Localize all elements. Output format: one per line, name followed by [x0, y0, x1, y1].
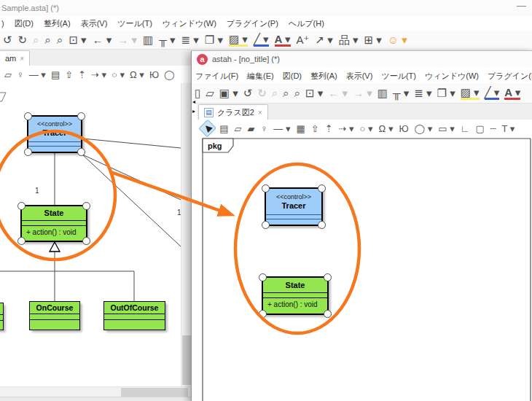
select-tool-icon[interactable]: ▶	[198, 120, 216, 138]
package-icon[interactable]: ▱	[4, 70, 12, 79]
open-folder-icon[interactable]: ▱	[206, 87, 214, 98]
search-icon[interactable]: ⌕	[272, 87, 278, 98]
fg-tab-close-icon[interactable]: ×	[258, 109, 262, 117]
align-icon[interactable]: ╥ ▾	[159, 34, 175, 45]
selection-handle[interactable]	[82, 202, 90, 210]
pin-icon[interactable]: ♀	[261, 124, 268, 133]
generalization-triangle[interactable]	[50, 242, 60, 252]
model-icon[interactable]: ▰	[248, 124, 255, 133]
menu-plugin[interactable]: プラグイン(P)	[227, 18, 278, 29]
collapse-right-icon[interactable]: ▸	[192, 109, 195, 114]
association-line-right-3[interactable]	[82, 155, 181, 246]
save-icon[interactable]: ▣ ▾	[219, 87, 238, 98]
distribute-icon[interactable]: ≣ ▾	[414, 87, 431, 98]
class-tracer[interactable]: <<control>> Tracer	[27, 115, 82, 153]
line-color-icon[interactable]: ╱ ▾	[254, 34, 269, 47]
bg-hscroll-thumb[interactable]	[121, 388, 188, 397]
class-icon[interactable]: ▤	[51, 70, 60, 79]
realization-icon[interactable]: ⇡	[325, 124, 333, 133]
menu-plugin[interactable]: プラグイン(P)	[488, 71, 532, 82]
undo-icon[interactable]: ↺	[3, 34, 12, 45]
menu-edit[interactable]: 編集(E)	[247, 71, 274, 82]
instance-icon[interactable]: ○ ▾	[112, 70, 125, 79]
font-size-icon[interactable]: A⁺	[297, 34, 310, 45]
tree-layout-icon[interactable]: 品 ▾	[339, 34, 359, 45]
back-icon[interactable]: ← ▾	[328, 87, 348, 98]
menu-file[interactable]: ファイル(F)	[195, 71, 238, 82]
menu-window[interactable]: ウィンドウ(W)	[425, 71, 479, 82]
order-icon[interactable]: ❐ ▾	[437, 87, 455, 98]
dashed-line-icon[interactable]: ┄	[490, 124, 496, 133]
package-icon[interactable]: ▱	[235, 124, 242, 133]
fit-view-icon[interactable]: ⊡ ▾	[69, 34, 86, 45]
menu-fragment[interactable]: )	[1, 19, 4, 28]
selection-handle[interactable]	[82, 237, 90, 245]
selection-handle[interactable]	[24, 112, 32, 120]
forward-icon[interactable]: → ▾	[353, 87, 372, 98]
selection-handle[interactable]	[318, 221, 326, 229]
template-class-icon[interactable]: ▦	[296, 124, 305, 133]
menu-diagram[interactable]: 図(D)	[283, 71, 302, 82]
fit-view-icon[interactable]: ⊡ ▾	[305, 87, 323, 98]
class-state[interactable]: State + action() : void	[20, 205, 87, 242]
new-file-icon[interactable]: ▯	[195, 87, 200, 98]
search-icon[interactable]: ⌕	[33, 34, 39, 45]
minimize-button[interactable]: —	[517, 0, 526, 11]
bg-tab-close-icon[interactable]: ×	[20, 55, 24, 63]
line-color-icon[interactable]: ╱ ▾	[485, 87, 500, 100]
back-icon[interactable]: ← ▾	[93, 34, 112, 45]
forward-icon[interactable]: → ▾	[117, 34, 137, 45]
distribute-icon[interactable]: ≣ ▾	[181, 34, 199, 45]
bg-diagram-tab[interactable]: am ×	[0, 50, 30, 66]
fg-diagram-canvas[interactable]: pkg <<control>> Tracer State	[192, 137, 532, 401]
emoji-icon[interactable]: ☺ ▾	[388, 34, 407, 45]
menu-tool[interactable]: ツール(T)	[117, 18, 152, 29]
selection-handle[interactable]	[318, 184, 326, 192]
required-interface-icon[interactable]: Ю	[149, 70, 159, 79]
generalization-icon[interactable]: ⇧	[65, 70, 73, 79]
selection-handle[interactable]	[259, 273, 267, 281]
selection-handle[interactable]	[24, 148, 32, 156]
instance-icon[interactable]: ○ ▾	[360, 124, 373, 133]
collapse-left-icon[interactable]: ◂	[192, 99, 195, 105]
class-state-front[interactable]: State + action() : void	[262, 276, 329, 315]
interface-icon[interactable]: Ω ▾	[130, 70, 144, 79]
diagram-map-icon[interactable]: ▥	[143, 34, 153, 45]
grid-layout-icon[interactable]: ⊞ ▾	[364, 34, 381, 45]
menu-view[interactable]: 表示(V)	[346, 71, 373, 82]
fill-color-icon[interactable]: ▨ ▾	[461, 87, 480, 100]
selection-handle[interactable]	[17, 202, 26, 210]
class-oncourse[interactable]: OnCourse	[29, 301, 80, 330]
multiplicity-label[interactable]: 1	[35, 187, 39, 195]
class-icon[interactable]: ▤	[219, 124, 228, 133]
menu-diagram[interactable]: 図(D)	[15, 18, 34, 29]
dependency-icon[interactable]: ⇢ ▾	[91, 70, 106, 79]
note-anchor-icon[interactable]: ∟	[461, 124, 470, 133]
selection-handle[interactable]	[77, 148, 85, 156]
bg-vertical-scrollbar[interactable]	[181, 83, 192, 386]
realization-icon[interactable]: ⇡	[78, 70, 86, 79]
font-color-icon[interactable]: A ▾	[275, 34, 291, 47]
fg-diagram-tab[interactable]: ▤ クラス図2 ×	[198, 104, 268, 120]
association-line-right-2[interactable]	[82, 155, 181, 200]
menu-align[interactable]: 整列(A)	[44, 18, 71, 29]
usage-icon[interactable]: ◯ ▾	[415, 124, 433, 133]
zoom-out-icon[interactable]: ⌕	[57, 34, 63, 45]
interface-icon[interactable]: Ω ▾	[379, 124, 394, 133]
selection-handle[interactable]	[324, 310, 332, 318]
class-outofcourse[interactable]: OutOfCourse	[103, 301, 165, 330]
menu-tool[interactable]: ツール(T)	[381, 71, 416, 82]
selection-handle[interactable]	[77, 112, 85, 120]
selection-handle[interactable]	[259, 310, 267, 318]
class-partial-left[interactable]	[0, 303, 4, 330]
redo-icon[interactable]: ↻	[18, 34, 28, 45]
required-interface-icon[interactable]: Ю	[399, 124, 408, 133]
selection-handle[interactable]	[262, 221, 270, 229]
dependency-icon[interactable]: ⇢ ▾	[339, 124, 354, 133]
association-icon[interactable]: — ▾	[29, 70, 46, 79]
font-color-icon[interactable]: A ▾	[504, 87, 520, 100]
diagram-map-icon[interactable]: ▥	[378, 87, 388, 98]
usage-icon[interactable]: ◯	[164, 70, 175, 79]
align-icon[interactable]: ╥ ▾	[393, 87, 409, 98]
frame-icon[interactable]: ▢	[475, 124, 484, 133]
